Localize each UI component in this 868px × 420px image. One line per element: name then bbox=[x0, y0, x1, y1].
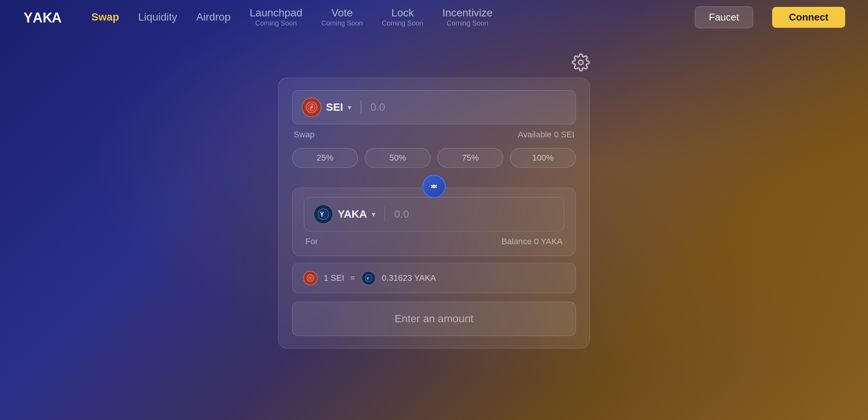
to-label: For bbox=[305, 237, 318, 247]
percent-75-button[interactable]: 75% bbox=[437, 148, 503, 168]
percent-25-button[interactable]: 25% bbox=[292, 148, 358, 168]
svg-point-12 bbox=[310, 277, 312, 279]
from-token-divider bbox=[361, 100, 361, 114]
nav-item-lock[interactable]: Lock Coming Soon bbox=[382, 6, 423, 27]
logo[interactable]: Y A K A bbox=[23, 8, 65, 26]
svg-text:Y: Y bbox=[320, 211, 324, 218]
nav-item-swap[interactable]: Swap bbox=[91, 11, 119, 24]
rate-yaka-icon: Y bbox=[361, 271, 376, 285]
svg-text:Y: Y bbox=[366, 276, 369, 280]
percent-50-button[interactable]: 50% bbox=[365, 148, 431, 168]
from-token-chevron: ▾ bbox=[348, 103, 351, 112]
faucet-button[interactable]: Faucet bbox=[695, 6, 754, 28]
to-token-info-row: For Balance 0 YAKA bbox=[304, 237, 564, 247]
to-balance: Balance 0 YAKA bbox=[501, 237, 563, 247]
nav-item-incentivize[interactable]: Incentivize Coming Soon bbox=[442, 6, 493, 27]
rate-from-amount: 1 SEI bbox=[324, 273, 344, 283]
to-amount-input[interactable] bbox=[394, 208, 555, 220]
from-amount-input[interactable] bbox=[370, 101, 566, 113]
main-content: SEI ▾ Swap Available 0 SEI 25% 50% 75% 1… bbox=[0, 34, 868, 348]
from-token-input-box: SEI ▾ bbox=[292, 90, 576, 124]
from-balance: Available 0 SEI bbox=[518, 130, 574, 140]
svg-point-4 bbox=[579, 60, 583, 65]
to-token-selector[interactable]: Y YAKA ▾ bbox=[313, 204, 375, 224]
percent-100-button[interactable]: 100% bbox=[510, 148, 576, 168]
sei-token-icon bbox=[302, 97, 321, 117]
svg-text:A: A bbox=[52, 10, 62, 25]
swap-card: SEI ▾ Swap Available 0 SEI 25% 50% 75% 1… bbox=[278, 78, 590, 348]
nav-item-vote[interactable]: Vote Coming Soon bbox=[321, 6, 363, 27]
nav-item-airdrop[interactable]: Airdrop bbox=[196, 11, 231, 24]
rate-row: 1 SEI = Y 0.31623 YAKA bbox=[292, 263, 576, 293]
to-token-divider bbox=[385, 207, 385, 221]
from-label: Swap bbox=[294, 130, 315, 140]
enter-amount-button[interactable]: Enter an amount bbox=[292, 302, 576, 336]
connect-button[interactable]: Connect bbox=[772, 7, 845, 28]
rate-sei-icon bbox=[303, 271, 318, 285]
percent-row: 25% 50% 75% 100% bbox=[292, 148, 576, 168]
svg-text:K: K bbox=[43, 10, 52, 25]
rate-to-amount: 0.31623 YAKA bbox=[382, 273, 436, 283]
nav-item-liquidity[interactable]: Liquidity bbox=[138, 11, 177, 24]
navbar: Y A K A Swap Liquidity Airdrop Launchpad… bbox=[0, 0, 868, 34]
yaka-token-icon: Y bbox=[313, 204, 333, 224]
to-token-chevron: ▾ bbox=[372, 210, 375, 219]
from-token-selector[interactable]: SEI ▾ bbox=[302, 97, 351, 117]
settings-row bbox=[278, 53, 590, 73]
swap-direction-button[interactable] bbox=[422, 175, 446, 198]
settings-button[interactable] bbox=[572, 53, 590, 73]
svg-text:Y: Y bbox=[24, 10, 33, 25]
svg-text:A: A bbox=[33, 10, 43, 25]
to-token-input-box: Y YAKA ▾ bbox=[304, 197, 564, 231]
from-token-info-row: Swap Available 0 SEI bbox=[292, 130, 576, 140]
from-section: SEI ▾ Swap Available 0 SEI 25% 50% 75% 1… bbox=[292, 90, 576, 168]
rate-equals: = bbox=[350, 273, 355, 283]
nav-item-launchpad[interactable]: Launchpad Coming Soon bbox=[250, 6, 302, 27]
